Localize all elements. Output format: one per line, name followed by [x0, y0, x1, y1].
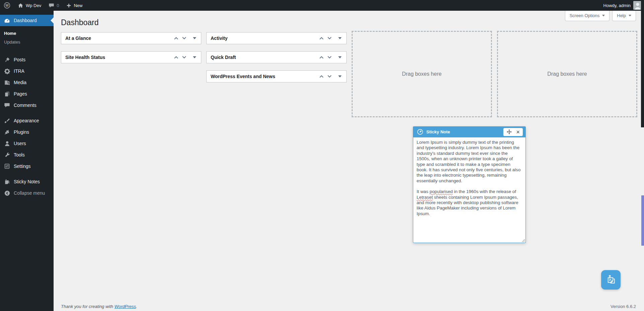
- comments-count: 0: [57, 3, 59, 8]
- toggle-widget-button[interactable]: [336, 71, 344, 81]
- move-button[interactable]: [506, 129, 512, 135]
- pin-circle-icon: [417, 129, 423, 135]
- widget-quick-draft[interactable]: Quick Draft: [206, 51, 347, 63]
- wordpress-logo-icon: W: [4, 2, 10, 9]
- misspelled-word: popularised: [430, 189, 453, 194]
- move-up-button[interactable]: [317, 33, 326, 43]
- chevron-down-icon: [327, 75, 332, 78]
- move-up-button[interactable]: [172, 52, 180, 62]
- sticky-note-icon: [4, 178, 10, 185]
- account-menu[interactable]: Howdy, admin: [603, 0, 644, 11]
- widget-title: WordPress Events and News: [211, 74, 317, 79]
- move-up-button[interactable]: [317, 52, 326, 62]
- widget-drop-zone[interactable]: Drag boxes here: [497, 31, 637, 117]
- main-content: Screen Options Help Dashboard At a Glanc…: [54, 11, 644, 311]
- sidebar-item-label: Tools: [14, 152, 25, 158]
- help-button[interactable]: Help: [612, 11, 636, 21]
- widget-events-news[interactable]: WordPress Events and News: [206, 70, 347, 82]
- sidebar-item-media[interactable]: Media: [0, 77, 54, 88]
- widget-at-a-glance[interactable]: At a Glance: [61, 32, 201, 44]
- scrollbar[interactable]: [641, 0, 644, 311]
- sidebar-item-updates[interactable]: Updates: [0, 38, 54, 46]
- resize-handle[interactable]: [521, 239, 525, 242]
- toggle-widget-button[interactable]: [336, 52, 344, 62]
- sidebar-item-label: Comments: [14, 103, 37, 108]
- chevron-up-icon: [174, 56, 178, 59]
- toggle-indicator-icon: [338, 37, 342, 39]
- page-title: Dashboard: [61, 18, 99, 27]
- widget-title: Activity: [211, 36, 317, 41]
- new-content-menu[interactable]: New: [63, 0, 86, 11]
- admin-menu: Dashboard Home Updates Posts ITRA: [0, 11, 54, 311]
- toggle-widget-button[interactable]: [191, 33, 198, 43]
- widget-title: Quick Draft: [211, 55, 317, 60]
- site-name-menu[interactable]: Wp Dev: [14, 0, 45, 11]
- site-name-label: Wp Dev: [26, 3, 41, 8]
- sidebar-item-home[interactable]: Home: [0, 29, 54, 38]
- sticky-note-textarea[interactable]: Lorem Ipsum is simply dummy text of the …: [413, 137, 526, 243]
- widget-site-health[interactable]: Site Health Status: [61, 51, 201, 63]
- scrollbar-thumb[interactable]: [641, 0, 644, 127]
- dashboard-submenu: Home Updates: [0, 26, 54, 54]
- wordpress-logo-menu[interactable]: W: [0, 0, 14, 11]
- sidebar-item-users[interactable]: Users: [0, 138, 54, 149]
- move-down-button[interactable]: [326, 71, 334, 81]
- close-icon[interactable]: ×: [516, 129, 520, 135]
- comments-menu[interactable]: 0: [45, 0, 63, 11]
- move-down-button[interactable]: [180, 33, 188, 43]
- sticky-notes-icon: [605, 274, 617, 286]
- widget-activity[interactable]: Activity: [206, 32, 347, 44]
- sticky-notes-fab-button[interactable]: [601, 270, 621, 290]
- sidebar-item-plugins[interactable]: Plugins: [0, 126, 54, 138]
- move-down-button[interactable]: [326, 52, 334, 62]
- sidebar-item-appearance[interactable]: Appearance: [0, 115, 54, 126]
- howdy-label: Howdy, admin: [603, 3, 631, 8]
- misspelled-word: Letraset: [417, 195, 433, 200]
- toggle-indicator-icon: [193, 37, 196, 39]
- chevron-down-icon: [629, 15, 631, 16]
- pushpin-icon: [4, 56, 10, 63]
- chevron-down-icon: [182, 37, 187, 40]
- wrench-icon: [4, 151, 10, 158]
- move-down-button[interactable]: [180, 52, 188, 62]
- sidebar-item-dashboard[interactable]: Dashboard: [0, 15, 54, 26]
- dashboard-widgets: At a Glance Site Health Status: [61, 32, 637, 117]
- sidebar-item-posts[interactable]: Posts: [0, 54, 54, 65]
- drop-zone-label: Drag boxes here: [402, 71, 441, 77]
- toggle-widget-button[interactable]: [191, 52, 198, 62]
- sidebar-item-label: Plugins: [14, 129, 29, 135]
- wordpress-link[interactable]: WordPress: [115, 304, 136, 309]
- sidebar-item-tools[interactable]: Tools: [0, 149, 54, 161]
- toggle-indicator-icon: [338, 56, 342, 58]
- media-icon: [4, 79, 10, 86]
- screen-meta-links: Screen Options Help: [565, 11, 636, 21]
- chevron-down-icon: [327, 37, 332, 40]
- widget-column-3: Drag boxes here: [352, 32, 492, 117]
- gear-icon: [4, 68, 10, 74]
- sidebar-item-collapse-menu[interactable]: Collapse menu: [0, 187, 54, 199]
- widget-title: At a Glance: [65, 36, 172, 41]
- footer-thanks: Thank you for creating with WordPress.: [61, 304, 137, 309]
- chevron-up-icon: [319, 37, 324, 40]
- sidebar-item-pages[interactable]: Pages: [0, 88, 54, 100]
- current-page-arrow: [51, 17, 54, 23]
- move-down-button[interactable]: [326, 33, 334, 43]
- widget-column-1: At a Glance Site Health Status: [61, 32, 201, 63]
- move-up-button[interactable]: [172, 33, 180, 43]
- sidebar-item-settings[interactable]: Settings: [0, 161, 54, 172]
- admin-bar: W Wp Dev 0 New Howdy, admin: [0, 0, 644, 11]
- sidebar-item-sticky-notes[interactable]: Sticky Notes: [0, 176, 54, 187]
- home-icon: [18, 3, 23, 8]
- sidebar-item-comments[interactable]: Comments: [0, 100, 54, 111]
- sticky-note-header[interactable]: Sticky Note ×: [413, 126, 526, 137]
- move-up-button[interactable]: [317, 71, 326, 81]
- screen-options-button[interactable]: Screen Options: [565, 11, 610, 21]
- plus-icon: [66, 3, 71, 8]
- toggle-widget-button[interactable]: [336, 33, 344, 43]
- submenu-label: Home: [4, 31, 16, 36]
- submenu-label: Updates: [4, 40, 20, 45]
- widget-drop-zone[interactable]: Drag boxes here: [352, 31, 492, 117]
- sidebar-item-itra[interactable]: ITRA: [0, 65, 54, 77]
- sidebar-item-label: ITRA: [14, 68, 24, 74]
- sidebar-item-label: Users: [14, 141, 26, 146]
